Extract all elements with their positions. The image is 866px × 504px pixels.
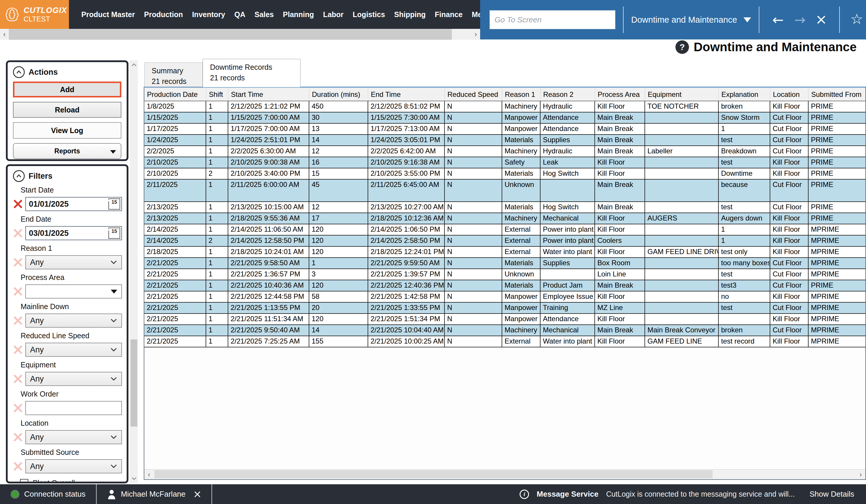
scroll-down-icon[interactable] (130, 474, 138, 483)
column-header[interactable]: Duration (mins) (309, 88, 368, 101)
clear-location-icon[interactable] (13, 432, 23, 442)
column-header[interactable]: Explanation (719, 88, 770, 101)
clear-mainline-down-icon[interactable] (13, 316, 23, 326)
nav-item-product-master[interactable]: Product Master (81, 10, 135, 19)
nav-item-finance[interactable]: Finance (435, 10, 463, 19)
column-header[interactable]: Location (770, 88, 809, 101)
nav-item-labor[interactable]: Labor (323, 10, 343, 19)
calendar-icon[interactable]: 15 (108, 199, 120, 210)
table-row[interactable]: 2/2/202512/2/2025 6:30:00 AM122/2/2025 6… (144, 146, 866, 157)
location-select[interactable]: Any (25, 430, 122, 444)
clear-reason1-icon[interactable] (13, 257, 23, 267)
reload-button[interactable]: Reload (13, 102, 121, 118)
mainline-down-select[interactable]: Any (25, 314, 122, 328)
table-row[interactable]: 2/14/202512/14/2025 11:06:50 AM1202/14/2… (144, 224, 866, 236)
collapse-actions-icon[interactable] (13, 66, 25, 78)
scroll-right-icon[interactable]: › (471, 29, 480, 40)
sidebar-scrollbar[interactable] (130, 60, 138, 483)
table-scrollbar-thumb[interactable] (154, 470, 712, 478)
table-row[interactable]: 2/10/202512/10/2025 9:00:38 AM162/10/202… (144, 157, 866, 168)
table-row[interactable]: 2/11/202512/11/2025 6:00:00 AM452/11/202… (144, 180, 866, 202)
nav-item-metrics[interactable]: Metrics (471, 10, 480, 19)
sidebar-scrollbar-thumb[interactable] (131, 339, 137, 427)
column-header[interactable]: Process Area (595, 88, 645, 101)
clear-work-order-icon[interactable] (13, 403, 23, 413)
add-button[interactable]: Add (13, 81, 121, 98)
table-horizontal-scrollbar[interactable]: ‹ › (144, 469, 865, 479)
nav-item-planning[interactable]: Planning (283, 10, 314, 19)
plant-overall-checkbox[interactable] (20, 479, 28, 484)
table-row[interactable]: 1/17/202511/17/2025 7:00:00 AM131/17/202… (144, 124, 866, 135)
clear-submitted-source-icon[interactable] (13, 461, 23, 471)
equipment-select[interactable]: Any (25, 372, 122, 386)
table-row[interactable]: 2/14/202522/14/2025 12:58:50 PM1202/14/2… (144, 236, 866, 247)
menu-scrollbar-track[interactable] (9, 29, 471, 40)
table-row[interactable]: 1/15/202511/15/2025 7:00:00 AM301/15/202… (144, 112, 866, 124)
column-header[interactable]: End Time (368, 88, 445, 101)
collapse-filters-icon[interactable] (13, 170, 25, 182)
work-order-input[interactable] (25, 401, 122, 415)
clear-equipment-icon[interactable] (13, 374, 23, 384)
column-header[interactable]: Reduced Speed (445, 88, 502, 101)
table-row[interactable]: 2/13/202512/18/2025 9:55:36 AM172/18/202… (144, 213, 866, 224)
user-session-section[interactable]: Michael McFarlane (97, 484, 212, 504)
column-header[interactable]: Production Date (144, 88, 206, 101)
column-header[interactable]: Submitted From (809, 88, 866, 101)
help-icon[interactable]: ? (675, 40, 689, 54)
process-area-select[interactable] (25, 284, 122, 299)
menu-scrollbar[interactable]: ‹ › (0, 29, 480, 40)
connection-status-section[interactable]: Connection status (0, 484, 97, 504)
start-date-input[interactable]: 01/01/2025 15 (25, 197, 122, 211)
favorite-star-icon[interactable]: ☆ (847, 11, 866, 29)
nav-item-shipping[interactable]: Shipping (394, 10, 426, 19)
tab-downtime-records[interactable]: Downtime Records 21 records (203, 59, 300, 87)
show-details-link[interactable]: Show Details (809, 490, 854, 499)
go-to-screen-input[interactable] (490, 10, 615, 29)
table-row[interactable]: 2/21/202512/21/2025 11:51:34 AM1202/21/2… (144, 314, 866, 325)
nav-item-qa[interactable]: QA (234, 10, 245, 19)
sign-out-icon[interactable] (194, 491, 201, 498)
column-header[interactable]: Reason 2 (541, 88, 595, 101)
reason1-select[interactable]: Any (25, 255, 122, 269)
reduced-line-speed-select[interactable]: Any (25, 343, 122, 357)
column-header[interactable]: Reason 1 (502, 88, 541, 101)
table-row[interactable]: 2/10/202522/10/2025 3:40:00 PM152/10/202… (144, 168, 866, 180)
submitted-source-select[interactable]: Any (25, 459, 122, 473)
view-log-button[interactable]: View Log (13, 122, 121, 139)
table-row[interactable]: 2/21/202512/21/2025 10:40:36 AM1202/21/2… (144, 280, 866, 291)
tab-summary[interactable]: Summary 21 records (144, 63, 203, 87)
table-row[interactable]: 1/8/202512/12/2025 1:21:02 PM4502/12/202… (144, 101, 866, 112)
table-row[interactable]: 2/13/202512/13/2025 10:15:00 AM122/13/20… (144, 202, 866, 213)
menu-scrollbar-thumb[interactable] (9, 29, 452, 40)
nav-item-sales[interactable]: Sales (255, 10, 274, 19)
nav-item-logistics[interactable]: Logistics (353, 10, 385, 19)
table-scrollbar-track[interactable] (154, 470, 856, 479)
table-row[interactable]: 2/21/202512/21/2025 12:44:58 PM582/21/20… (144, 291, 866, 303)
scroll-left-icon[interactable]: ‹ (144, 470, 154, 479)
column-header[interactable]: Start Time (228, 88, 309, 101)
reports-dropdown-button[interactable]: Reports (13, 143, 121, 159)
table-row[interactable]: 2/18/202512/18/2025 10:24:01 AM1202/18/2… (144, 247, 866, 258)
end-date-input[interactable]: 03/01/2025 15 (25, 226, 122, 240)
nav-item-inventory[interactable]: Inventory (192, 10, 225, 19)
table-row[interactable]: 2/21/202512/21/2025 7:25:25 AM1552/21/20… (144, 336, 866, 347)
clear-reduced-line-speed-icon[interactable] (13, 345, 23, 355)
clear-start-date-icon[interactable] (13, 199, 23, 209)
calendar-icon[interactable]: 15 (108, 227, 120, 239)
nav-item-production[interactable]: Production (144, 10, 183, 19)
scroll-right-icon[interactable]: › (856, 470, 865, 479)
table-row[interactable]: 2/21/202512/21/2025 9:58:50 AM12/21/2025… (144, 258, 866, 269)
close-screen-icon[interactable] (811, 15, 832, 25)
table-row[interactable]: 2/21/202512/21/2025 9:50:40 AM142/21/202… (144, 325, 866, 336)
scroll-up-icon[interactable] (130, 60, 138, 69)
clear-process-area-icon[interactable] (13, 287, 23, 296)
back-arrow-icon[interactable]: ← (767, 13, 789, 26)
column-header[interactable]: Equipment (645, 88, 719, 101)
table-row[interactable]: 2/21/202512/21/2025 1:36:57 PM32/21/2025… (144, 269, 866, 280)
clear-end-date-icon[interactable] (13, 228, 23, 238)
scroll-left-icon[interactable]: ‹ (0, 29, 9, 40)
table-row[interactable]: 2/21/202512/21/2025 1:13:55 PM202/21/202… (144, 303, 866, 314)
column-header[interactable]: Shift (206, 88, 228, 101)
table-row[interactable]: 1/24/202511/24/2025 2:51:01 PM141/24/202… (144, 135, 866, 146)
screen-dropdown-icon[interactable] (743, 18, 751, 22)
